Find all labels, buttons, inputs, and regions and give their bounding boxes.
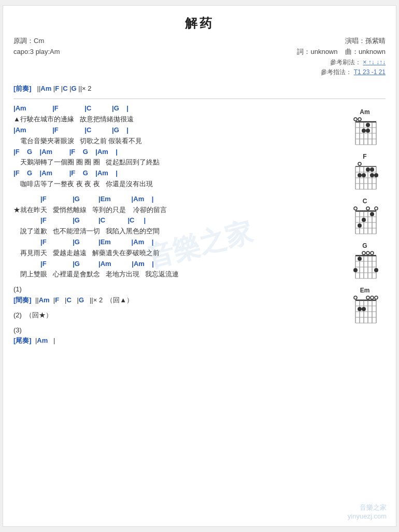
chord-f-diagram: F [351, 153, 378, 190]
svg-point-49 [362, 218, 366, 222]
svg-point-82 [375, 296, 378, 299]
svg-point-81 [370, 296, 374, 299]
svg-point-15 [366, 129, 370, 133]
main-content: |Am |F |C |G | ▲行駛在城市的邊緣 故意把情緒拋很遠 |Am |F… [13, 103, 386, 349]
original-key: 原調：Cm [13, 36, 60, 47]
chord-diagrams: Am [344, 103, 386, 349]
svg-point-50 [358, 223, 362, 228]
svg-point-28 [358, 173, 362, 177]
svg-point-45 [354, 207, 357, 210]
lyricist-composer: 詞：unknown 曲：unknown [297, 47, 386, 58]
svg-point-46 [366, 207, 369, 210]
am-svg [351, 117, 378, 146]
svg-point-11 [354, 118, 357, 121]
intro-chords: ||Am |F |C |G ||× 2 [33, 85, 91, 92]
c-svg [351, 206, 378, 235]
chord-row: |Am |F |C |G | [13, 125, 344, 136]
lyrics-section: |Am |F |C |G | ▲行駛在城市的邊緣 故意把情緒拋很遠 |Am |F… [13, 103, 344, 349]
interlude-block: (1) [間奏] ||Am |F |C |G ||× 2 （回▲） [13, 284, 344, 306]
footer-watermark: 音樂之家 yinyuezj.com [348, 503, 387, 520]
chord-row: |Am |F |C |G | [13, 103, 344, 114]
svg-point-79 [354, 296, 357, 299]
svg-point-48 [370, 212, 374, 216]
divider1 [13, 99, 386, 99]
lyric-row: 再見雨天 愛越走越遠 解藥遺失在夢破曉之前 [13, 248, 344, 259]
svg-point-67 [374, 268, 378, 272]
capo-info: capo:3 play:Am [13, 47, 60, 58]
lyric-row: 咖啡店等了一整夜 夜 夜 夜 你還是沒有出現 [13, 179, 344, 190]
svg-point-12 [358, 118, 361, 121]
ref-finger-links[interactable]: T1 23 -1 21 [354, 68, 386, 76]
outro-num: (3) [13, 325, 344, 336]
svg-point-63 [366, 251, 369, 255]
svg-point-30 [366, 167, 370, 172]
svg-point-62 [362, 251, 365, 255]
svg-point-33 [374, 173, 378, 177]
chord-em-diagram: Em [351, 287, 378, 324]
ref-finger-row: 參考指法： T1 23 -1 21 [297, 67, 386, 77]
section-num: (1) [13, 284, 344, 295]
svg-point-47 [375, 207, 378, 210]
meta-row: 原調：Cm capo:3 play:Am 演唱：孫紫晴 詞：unknown 曲：… [13, 36, 386, 77]
intro-label: [前奏] [13, 85, 32, 92]
repeat-line: (2) （回★） [13, 310, 344, 321]
svg-point-66 [353, 268, 358, 272]
lyric-row: 電台音樂夾著眼淚 切歌之前 假裝看不見 [13, 136, 344, 147]
interlude-line: [間奏] ||Am |F |C |G ||× 2 （回▲） [13, 295, 344, 306]
svg-point-32 [370, 173, 374, 177]
svg-point-14 [362, 129, 366, 133]
composer: 曲：unknown [345, 48, 386, 55]
outro-line: [尾奏] |Am | [13, 335, 344, 346]
lyric-row: 說了道歉 也不能澄清一切 我陷入黑色的空間 [13, 226, 344, 237]
lyric-row: 閉上雙眼 心裡還是會默念 老地方出現 我忘返流連 [13, 269, 344, 280]
chord-row: |F G |Am |F G |Am | [13, 168, 344, 179]
g-svg [351, 250, 378, 279]
svg-point-84 [362, 307, 366, 311]
chord-row: |F |G |C |C | [13, 215, 344, 226]
svg-point-29 [362, 173, 366, 177]
lyric-row: ★就在昨天 愛悄然離線 等到的只是 冷卻的留言 [13, 205, 344, 216]
chord-row: |F |G |Am |Am | [13, 259, 344, 270]
outro-block: (3) [尾奏] |Am | [13, 325, 344, 347]
svg-point-31 [370, 167, 374, 172]
song-title: 解药 [13, 15, 386, 32]
chord-row: |F G |Am |F G |Am | [13, 147, 344, 158]
svg-point-27 [358, 162, 361, 165]
chorus-block: |F |G |Em |Am | ★就在昨天 愛悄然離線 等到的只是 冷卻的留言 … [13, 194, 344, 280]
repeat-block: (2) （回★） [13, 310, 344, 321]
lyricist: 詞：unknown [297, 48, 337, 55]
em-svg [351, 295, 378, 324]
svg-point-65 [358, 257, 362, 261]
chord-row: |F |G |Em |Am | [13, 194, 344, 205]
svg-point-80 [366, 296, 369, 299]
ref-strum-links[interactable]: × ↑↓ ↓↑↓ [363, 59, 386, 66]
meta-left: 原調：Cm capo:3 play:Am [13, 36, 60, 77]
ref-strum-row: 參考刷法： × ↑↓ ↓↑↓ [297, 58, 386, 67]
watermark-en: yinyuezj.com [348, 512, 387, 520]
svg-point-13 [366, 123, 370, 127]
watermark-cn: 音樂之家 [348, 503, 387, 512]
svg-point-64 [370, 251, 374, 255]
singer: 演唱：孫紫晴 [297, 36, 386, 47]
intro-bar: [前奏] ||Am |F |C |G ||× 2 [13, 82, 386, 94]
svg-point-83 [358, 307, 362, 311]
chord-am-diagram: Am [351, 108, 378, 146]
chord-g-diagram: G [351, 242, 378, 279]
lyric-row: ▲行駛在城市的邊緣 故意把情緒拋很遠 [13, 114, 344, 125]
chord-row: |F |G |Em |Am | [13, 237, 344, 248]
meta-right: 演唱：孫紫晴 詞：unknown 曲：unknown 參考刷法： × ↑↓ ↓↑… [297, 36, 386, 77]
lyric-row: 天鵝湖轉了一個圈 圈 圈 圈 從起點回到了終點 [13, 157, 344, 168]
f-svg [351, 161, 378, 190]
page: 解药 原調：Cm capo:3 play:Am 演唱：孫紫晴 詞：unknown… [3, 5, 396, 527]
verse1-block: |Am |F |C |G | ▲行駛在城市的邊緣 故意把情緒拋很遠 |Am |F… [13, 103, 344, 189]
chord-c-diagram: C [351, 198, 378, 235]
